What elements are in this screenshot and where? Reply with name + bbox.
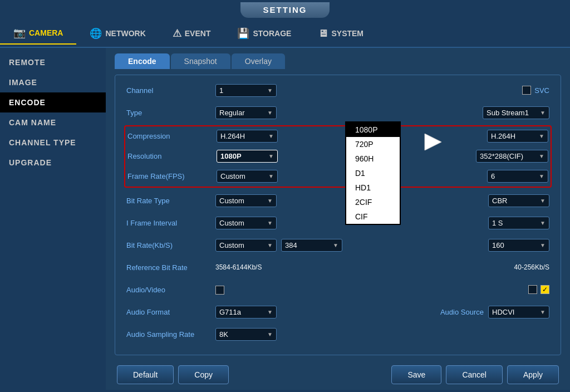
compression-right-select[interactable]: H.264H ▼ bbox=[487, 130, 548, 143]
sidebar-item-camname[interactable]: CAM NAME bbox=[0, 112, 106, 133]
sidebar-item-encode[interactable]: ENCODE bbox=[0, 92, 106, 112]
bitrtype-right-arrow-icon: ▼ bbox=[540, 198, 546, 204]
compression-right-arrow-icon: ▼ bbox=[539, 133, 544, 139]
sidebar-item-remote[interactable]: REMOTE bbox=[0, 52, 106, 72]
content-area: Encode Snapshot Overlay Channel 1 ▼ SVC bbox=[106, 48, 570, 390]
audiovideo-main-checkbox[interactable] bbox=[215, 286, 224, 295]
svc-checkbox[interactable] bbox=[522, 86, 531, 95]
iframe-select[interactable]: Custom ▼ bbox=[215, 217, 277, 229]
substream-arrow-icon: ▼ bbox=[540, 110, 546, 116]
type-select[interactable]: Regular ▼ bbox=[215, 106, 277, 119]
audiovideo-right-checkbox1[interactable] bbox=[528, 285, 537, 294]
svc-row: SVC bbox=[522, 86, 549, 95]
bitrate-right-select[interactable]: 160 ▼ bbox=[488, 239, 549, 252]
sidebar-item-upgrade[interactable]: UPGRADE bbox=[0, 153, 106, 173]
top-nav: 📷 CAMERA 🌐 NETWORK ⚠ EVENT 💾 STORAGE 🖥 S… bbox=[0, 20, 570, 48]
compression-select[interactable]: H.264H ▼ bbox=[217, 130, 278, 143]
iframe-right-select[interactable]: 1 S ▼ bbox=[488, 217, 549, 229]
audioformat-select[interactable]: G711a ▼ bbox=[215, 306, 277, 318]
framerate-select[interactable]: Custom ▼ bbox=[217, 170, 278, 183]
audioformat-arrow-icon: ▼ bbox=[267, 309, 273, 315]
audioformat-label: Audio Format bbox=[126, 308, 215, 316]
resolution-select[interactable]: 1080P ▼ bbox=[217, 150, 278, 163]
default-button[interactable]: Default bbox=[117, 365, 174, 384]
tab-snapshot[interactable]: Snapshot bbox=[171, 53, 230, 69]
camera-icon: 📷 bbox=[13, 27, 26, 39]
compression-row: Compression H.264H ▼ H.264H ▼ bbox=[127, 128, 548, 144]
dropdown-item-720p[interactable]: 720P bbox=[346, 137, 400, 151]
type-row: Type Regular ▼ Sub Stream1 ▼ bbox=[126, 104, 549, 121]
copy-button[interactable]: Copy bbox=[178, 365, 229, 384]
audioformat-row: Audio Format G711a ▼ Audio Source HDCVI … bbox=[126, 303, 549, 320]
sidebar-item-channeltype[interactable]: CHANNEL TYPE bbox=[0, 133, 106, 153]
bitrate-label: Bit Rate(Kb/S) bbox=[126, 241, 215, 249]
compression-arrow-icon: ▼ bbox=[268, 133, 274, 139]
audiosample-arrow-icon: ▼ bbox=[267, 331, 273, 337]
dropdown-item-1080p[interactable]: 1080P bbox=[346, 122, 400, 137]
bitrate-row: Bit Rate(Kb/S) Custom ▼ 384 ▼ 160 ▼ bbox=[126, 237, 549, 253]
resolution-right-arrow-icon: ▼ bbox=[539, 153, 544, 159]
resolution-row: Resolution 1080P ▼ 352*288(CIF) ▼ bbox=[127, 148, 548, 164]
audiosample-row: Audio Sampling Rate 8K ▼ bbox=[126, 326, 549, 342]
framerate-right-arrow-icon: ▼ bbox=[539, 173, 544, 179]
nav-system[interactable]: 🖥 SYSTEM bbox=[304, 22, 377, 45]
sidebar: REMOTE IMAGE ENCODE CAM NAME CHANNEL TYP… bbox=[0, 48, 106, 390]
type-label: Type bbox=[126, 109, 215, 117]
framerate-arrow-icon: ▼ bbox=[268, 173, 274, 179]
audiovideo-right-checkbox2[interactable]: ✓ bbox=[540, 285, 549, 294]
event-icon: ⚠ bbox=[173, 27, 181, 40]
storage-icon: 💾 bbox=[237, 27, 249, 40]
audiovideo-label: Audio/Video bbox=[126, 286, 215, 294]
audiosource-arrow-icon: ▼ bbox=[540, 309, 546, 315]
refbitrate-row: Reference Bit Rate 3584-6144Kb/S 40-256K… bbox=[126, 259, 549, 276]
cancel-button[interactable]: Cancel bbox=[446, 365, 503, 384]
resolution-right-select[interactable]: 352*288(CIF) ▼ bbox=[476, 150, 548, 163]
compression-label: Compression bbox=[127, 132, 217, 140]
iframe-row: I Frame Interval Custom ▼ 1 S ▼ bbox=[126, 214, 549, 231]
audiosource-select[interactable]: HDCVI ▼ bbox=[488, 306, 549, 318]
dropdown-item-cif[interactable]: CIF bbox=[346, 209, 400, 224]
dropdown-item-2cif[interactable]: 2CIF bbox=[346, 195, 400, 209]
audiosample-select[interactable]: 8K ▼ bbox=[215, 328, 277, 341]
bitrtype-right-select[interactable]: CBR ▼ bbox=[488, 194, 549, 207]
channel-select[interactable]: 1 ▼ bbox=[215, 84, 277, 97]
channel-arrow-icon: ▼ bbox=[267, 87, 273, 94]
title-bar: SETTING bbox=[240, 2, 329, 18]
tab-overlay[interactable]: Overlay bbox=[232, 53, 285, 69]
iframe-right-arrow-icon: ▼ bbox=[540, 220, 546, 226]
bottom-bar: Default Copy Save Cancel Apply bbox=[106, 365, 570, 384]
channel-label: Channel bbox=[126, 86, 215, 95]
nav-camera[interactable]: 📷 CAMERA bbox=[0, 22, 76, 45]
bitrtype-row: Bit Rate Type Custom ▼ CBR ▼ bbox=[126, 192, 549, 209]
dropdown-item-d1[interactable]: D1 bbox=[346, 166, 400, 180]
iframe-label: I Frame Interval bbox=[126, 219, 215, 227]
dropdown-pointer-icon bbox=[419, 134, 441, 153]
form-panel: Channel 1 ▼ SVC Type Regular bbox=[115, 75, 561, 355]
nav-event[interactable]: ⚠ EVENT bbox=[159, 22, 224, 45]
tab-encode[interactable]: Encode bbox=[115, 53, 170, 69]
system-icon: 🖥 bbox=[318, 28, 328, 40]
audiosource-label: Audio Source bbox=[440, 308, 484, 316]
bitrtype-select[interactable]: Custom ▼ bbox=[215, 194, 277, 207]
audiovideo-row: Audio/Video ✓ bbox=[126, 281, 549, 298]
framerate-right-select[interactable]: 6 ▼ bbox=[487, 170, 548, 183]
nav-network[interactable]: 🌐 NETWORK bbox=[76, 22, 159, 45]
sidebar-item-image[interactable]: IMAGE bbox=[0, 72, 106, 92]
bitrate-arrow-icon: ▼ bbox=[267, 242, 273, 248]
dropdown-item-960h[interactable]: 960H bbox=[346, 151, 400, 166]
bitrtype-arrow-icon: ▼ bbox=[267, 198, 273, 204]
nav-storage[interactable]: 💾 STORAGE bbox=[224, 22, 304, 45]
bitrate-value-select[interactable]: 384 ▼ bbox=[281, 239, 342, 252]
substream-select[interactable]: Sub Stream1 ▼ bbox=[483, 106, 549, 119]
refbitrate-label: Reference Bit Rate bbox=[126, 263, 215, 272]
apply-button[interactable]: Apply bbox=[507, 365, 559, 384]
svc-label: SVC bbox=[534, 86, 549, 95]
dropdown-item-hd1[interactable]: HD1 bbox=[346, 180, 400, 195]
title-label: SETTING bbox=[263, 5, 307, 14]
bitrate-select[interactable]: Custom ▼ bbox=[215, 239, 277, 252]
bitrate-val-arrow-icon: ▼ bbox=[333, 242, 338, 248]
refbitrate-main-value: 3584-6144Kb/S bbox=[215, 263, 505, 271]
resolution-label: Resolution bbox=[127, 152, 217, 160]
bitrtype-label: Bit Rate Type bbox=[126, 197, 215, 205]
save-button[interactable]: Save bbox=[391, 365, 441, 384]
